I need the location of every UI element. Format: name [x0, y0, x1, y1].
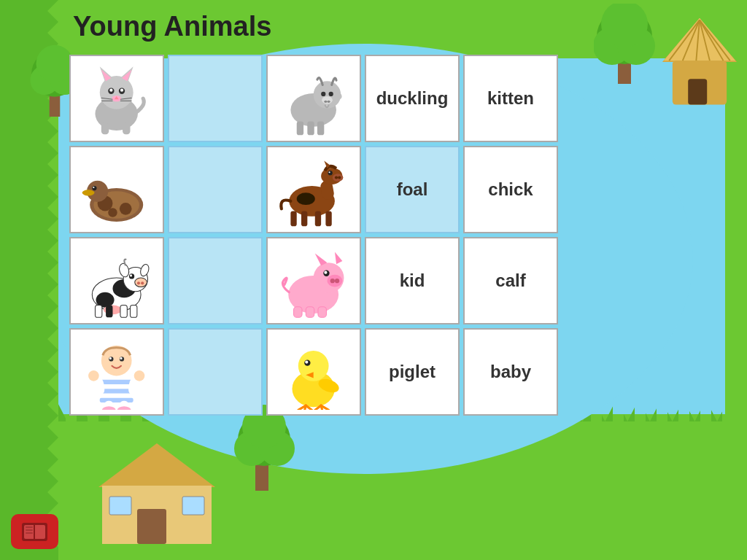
chick-img — [272, 334, 355, 410]
tree-bottom — [233, 403, 295, 491]
svg-point-57 — [328, 101, 330, 103]
svg-rect-81 — [315, 211, 321, 226]
kitten-img — [75, 61, 158, 136]
svg-rect-144 — [26, 526, 33, 528]
svg-rect-58 — [297, 121, 303, 135]
svg-rect-115 — [100, 397, 133, 402]
kid-label: kid — [400, 271, 425, 291]
cell-r2c4[interactable]: foal — [365, 146, 460, 233]
animal-grid: duckling kitten — [69, 55, 558, 416]
cell-r1c2[interactable] — [168, 55, 263, 142]
foal-label: foal — [397, 179, 428, 200]
svg-rect-111 — [318, 306, 326, 317]
cell-r3c1[interactable] — [69, 237, 164, 324]
svg-point-55 — [322, 96, 333, 104]
cell-r3c2[interactable] — [168, 237, 263, 324]
svg-rect-29 — [137, 509, 166, 544]
baby-label: baby — [490, 362, 531, 382]
svg-point-89 — [137, 281, 140, 284]
svg-point-119 — [109, 357, 112, 359]
chick-label: chick — [488, 179, 533, 200]
cell-r4c4[interactable]: piglet — [365, 328, 460, 416]
svg-point-120 — [120, 357, 123, 359]
svg-point-103 — [330, 279, 335, 283]
svg-point-133 — [306, 360, 309, 363]
goat-img — [272, 61, 355, 136]
duck-img — [75, 152, 158, 228]
cell-r4c1[interactable] — [69, 328, 164, 416]
tree-right — [594, 4, 659, 84]
cell-r2c3[interactable] — [266, 146, 361, 233]
back-button[interactable] — [11, 514, 58, 549]
svg-point-41 — [120, 88, 123, 91]
svg-rect-146 — [26, 532, 33, 534]
svg-rect-99 — [131, 305, 137, 317]
svg-point-106 — [325, 271, 328, 273]
piglet-label: piglet — [389, 362, 436, 382]
svg-rect-31 — [182, 497, 204, 515]
baby-img — [75, 334, 158, 410]
svg-rect-48 — [101, 122, 109, 134]
svg-rect-98 — [120, 305, 127, 317]
svg-rect-96 — [96, 305, 102, 317]
cell-r2c2[interactable] — [168, 146, 263, 233]
svg-point-75 — [338, 176, 341, 179]
svg-point-67 — [82, 190, 95, 195]
svg-point-74 — [335, 176, 338, 179]
cell-r3c5[interactable]: calf — [463, 237, 558, 324]
svg-point-104 — [335, 279, 339, 283]
hut — [659, 15, 740, 109]
duckling-label: duckling — [376, 88, 449, 109]
calf-img — [75, 243, 158, 319]
cell-r1c3[interactable] — [266, 55, 361, 142]
svg-point-69 — [93, 187, 95, 188]
svg-rect-110 — [306, 306, 314, 317]
page-title: Young Animals — [73, 11, 271, 42]
svg-marker-27 — [98, 443, 215, 487]
cell-r4c2[interactable] — [168, 328, 263, 416]
svg-point-64 — [120, 203, 132, 215]
svg-rect-109 — [294, 306, 302, 317]
svg-rect-49 — [123, 122, 130, 134]
svg-point-68 — [93, 186, 97, 190]
svg-point-53 — [321, 92, 325, 96]
cell-r1c5[interactable]: kitten — [463, 55, 558, 142]
svg-point-56 — [325, 101, 328, 103]
house-bottom — [95, 440, 219, 545]
svg-rect-59 — [308, 121, 314, 135]
svg-point-54 — [329, 92, 333, 96]
kitten-label: kitten — [487, 88, 534, 109]
svg-rect-114 — [100, 389, 133, 393]
cell-r2c1[interactable] — [69, 146, 164, 233]
svg-rect-82 — [326, 211, 332, 226]
cell-r3c3[interactable] — [266, 237, 361, 324]
cell-r1c1[interactable] — [69, 55, 164, 142]
svg-point-92 — [130, 274, 132, 276]
svg-marker-108 — [335, 252, 342, 264]
back-icon — [18, 519, 51, 545]
svg-point-128 — [117, 406, 131, 410]
svg-rect-60 — [317, 121, 324, 135]
svg-point-90 — [141, 281, 144, 284]
svg-rect-79 — [291, 211, 297, 226]
cell-r4c5[interactable]: baby — [463, 328, 558, 416]
svg-point-40 — [110, 88, 113, 91]
pig-img — [272, 243, 355, 319]
svg-point-83 — [297, 192, 315, 205]
cell-r3c4[interactable]: kid — [365, 237, 460, 324]
svg-point-123 — [88, 370, 99, 381]
svg-rect-113 — [100, 379, 133, 384]
svg-point-76 — [328, 171, 333, 175]
svg-point-127 — [102, 406, 116, 410]
cell-r4c3[interactable] — [266, 328, 361, 416]
cell-r1c4[interactable]: duckling — [365, 55, 460, 142]
svg-point-124 — [134, 370, 145, 381]
calf-label: calf — [495, 271, 525, 291]
svg-point-88 — [135, 278, 147, 287]
svg-point-65 — [109, 208, 118, 217]
svg-point-6 — [36, 45, 74, 82]
svg-rect-30 — [109, 497, 131, 515]
cell-r2c5[interactable]: chick — [463, 146, 558, 233]
svg-rect-15 — [688, 79, 707, 104]
svg-point-77 — [329, 171, 330, 173]
